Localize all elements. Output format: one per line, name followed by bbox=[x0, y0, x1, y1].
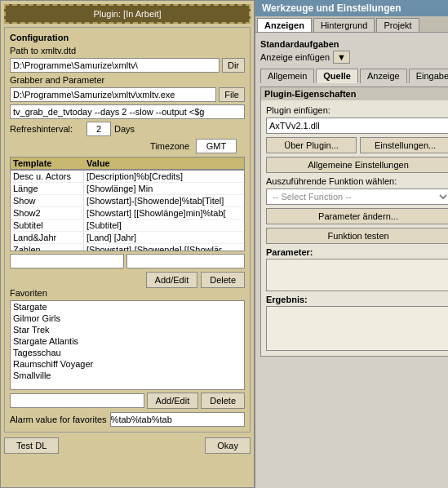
path-input-row: Dir bbox=[10, 58, 245, 73]
ueber-plugin-button[interactable]: Über Plugin... bbox=[266, 137, 357, 153]
timezone-row: Timezone bbox=[10, 139, 245, 153]
template-row[interactable]: Desc u. Actors[Description]%b[Credits] bbox=[11, 171, 244, 183]
value-col-header: Value bbox=[84, 157, 244, 169]
template-name-input[interactable] bbox=[10, 254, 124, 268]
right-panel: Werkzeuge und Einstellungen AnzeigenHint… bbox=[255, 0, 448, 488]
template-row[interactable]: Zahlen[Showstart]-[Showende] [[Showlär bbox=[11, 244, 244, 251]
template-list[interactable]: Desc u. Actors[Description]%b[Credits]Lä… bbox=[10, 170, 245, 251]
refresh-row: Refreshinterval: Days bbox=[10, 122, 245, 136]
subtab-eingabe[interactable]: Eingabe bbox=[409, 69, 448, 83]
left-panel: Plugin: [In Arbeit] Configuration Path t… bbox=[0, 0, 255, 488]
template-value-input[interactable] bbox=[126, 254, 245, 268]
template-cell-value: [Showstart]-[Showende]%tab[Titel] bbox=[84, 195, 244, 206]
favoriten-item[interactable]: Tagesschau bbox=[11, 347, 244, 358]
okay-button[interactable]: Okay bbox=[205, 437, 251, 454]
favoriten-item[interactable]: Stargate bbox=[11, 301, 244, 313]
result-area bbox=[266, 306, 448, 351]
add-btn-row: Anzeige einfügen ▼ bbox=[260, 51, 448, 64]
template-cell-name: Länge bbox=[11, 183, 84, 194]
grabber-params-row bbox=[10, 104, 245, 119]
pe-btn-row: Über Plugin... Einstellungen... bbox=[266, 137, 448, 153]
refresh-label: Refreshinterval: bbox=[10, 124, 83, 134]
funktion-testen-button[interactable]: Funktion testen bbox=[266, 228, 448, 244]
favoriten-input-row: Add/Edit Delete bbox=[10, 393, 245, 409]
template-cell-name: Desc u. Actors bbox=[11, 171, 84, 182]
favoriten-delete-button[interactable]: Delete bbox=[201, 393, 245, 409]
subtab-quelle[interactable]: Quelle bbox=[316, 69, 358, 83]
template-cell-value: [Subtitel] bbox=[84, 220, 244, 231]
template-row[interactable]: Länge[Showlänge] Min bbox=[11, 183, 244, 195]
grabber-params-input[interactable] bbox=[10, 104, 245, 119]
dir-button[interactable]: Dir bbox=[222, 58, 245, 73]
favoriten-item[interactable]: Stargate Atlantis bbox=[11, 335, 244, 347]
timezone-input[interactable] bbox=[196, 139, 237, 153]
favoriten-label: Favoriten bbox=[10, 288, 47, 298]
template-add-edit-button[interactable]: Add/Edit bbox=[146, 272, 198, 288]
template-row[interactable]: Show[Showstart]-[Showende]%tab[Titel] bbox=[11, 195, 244, 207]
template-row[interactable]: Subtitel[Subtitel] bbox=[11, 220, 244, 232]
path-label: Path to xmltv.dtd bbox=[10, 46, 83, 55]
parameter-label: Parameter: bbox=[266, 247, 448, 257]
template-cell-name: Show2 bbox=[11, 207, 84, 219]
pe-title: Plugin-Eigenschaften bbox=[261, 87, 448, 100]
template-cell-value: [Land] [Jahr] bbox=[84, 232, 244, 243]
dropdown-arrow-icon: ▼ bbox=[337, 52, 346, 62]
template-cell-name: Zahlen bbox=[11, 244, 84, 251]
select-function-label: Auszuführende Funktion wählen: bbox=[266, 176, 448, 186]
template-cell-name: Show bbox=[11, 195, 84, 206]
parameter-section: Parameter: bbox=[266, 247, 448, 291]
template-cell-value: [Description]%b[Credits] bbox=[84, 171, 244, 182]
standardaufgaben-header: Standardaufgaben bbox=[260, 39, 448, 49]
tab-projekt[interactable]: Projekt bbox=[376, 18, 419, 32]
favoriten-list[interactable]: StargateGilmor GirlsStar TrekStargate At… bbox=[10, 300, 245, 390]
allgemeine-einstellungen-button[interactable]: Allgemeine Einstellungen bbox=[266, 157, 448, 173]
favoriten-item[interactable]: Smallville bbox=[11, 370, 244, 381]
grabber-label-row: Grabber and Parameter bbox=[10, 75, 245, 85]
template-cell-name: Land&Jahr bbox=[11, 232, 84, 243]
tab-anzeigen[interactable]: Anzeigen bbox=[257, 18, 312, 32]
template-row[interactable]: Land&Jahr[Land] [Jahr] bbox=[11, 232, 244, 244]
tab-hintergrund[interactable]: Hintergrund bbox=[313, 18, 375, 32]
template-input-row bbox=[10, 254, 245, 268]
favoriten-item[interactable]: Raumschiff Voyager bbox=[11, 358, 244, 370]
anzeige-einfuegen-button[interactable]: ▼ bbox=[333, 51, 350, 64]
result-section: Ergebnis: bbox=[266, 295, 448, 351]
template-table-header: Template Value bbox=[10, 157, 245, 170]
config-title: Configuration bbox=[10, 33, 245, 42]
test-dl-button[interactable]: Test DL bbox=[4, 437, 59, 454]
plugin-eigenschaften: Plugin-Eigenschaften Plugin einfügen: Üb… bbox=[260, 87, 448, 357]
favoriten-input[interactable] bbox=[10, 393, 144, 408]
einstellungen-button[interactable]: Einstellungen... bbox=[360, 137, 448, 153]
template-col-header: Template bbox=[11, 157, 84, 169]
favoriten-item[interactable]: Gilmor Girls bbox=[11, 313, 244, 324]
select-function-dropdown[interactable]: -- Select Function -- bbox=[266, 189, 448, 205]
path-input[interactable] bbox=[10, 58, 220, 73]
plugin-header: Plugin: [In Arbeit] bbox=[4, 4, 251, 24]
favoriten-label-row: Favoriten bbox=[10, 288, 245, 298]
plugin-einfuegen-label: Plugin einfügen: bbox=[266, 105, 448, 115]
refresh-input[interactable] bbox=[86, 122, 111, 136]
favoriten-add-edit-button[interactable]: Add/Edit bbox=[147, 393, 199, 409]
parameter-area bbox=[266, 259, 448, 291]
subtab-allgemein[interactable]: Allgemein bbox=[260, 69, 314, 83]
file-button[interactable]: File bbox=[219, 87, 245, 102]
tabs-row: AnzeigenHintergrundProjekt bbox=[255, 16, 448, 33]
grabber-input[interactable] bbox=[10, 87, 216, 102]
refresh-unit: Days bbox=[114, 124, 135, 134]
parameter-aendern-button[interactable]: Parameter ändern... bbox=[266, 208, 448, 224]
template-row[interactable]: Show2[Showstart] [[Showlänge]min]%tab[ bbox=[11, 207, 244, 220]
alarm-input[interactable] bbox=[110, 412, 245, 427]
template-section: Template Value Desc u. Actors[Descriptio… bbox=[10, 157, 245, 288]
template-delete-button[interactable]: Delete bbox=[201, 272, 245, 288]
timezone-label: Timezone bbox=[150, 141, 189, 151]
template-cell-value: [Showstart]-[Showende] [[Showlär bbox=[84, 244, 244, 251]
alarm-row: Alarm value for favorites bbox=[10, 412, 245, 427]
subtab-anzeige[interactable]: Anzeige bbox=[360, 69, 407, 83]
right-content: Standardaufgaben Anzeige einfügen ▼ Allg… bbox=[255, 33, 448, 488]
right-title: Werkzeuge und Einstellungen bbox=[255, 0, 448, 16]
path-row: Path to xmltv.dtd bbox=[10, 46, 245, 55]
subtabs-row: AllgemeinQuelleAnzeigeEingabe bbox=[260, 69, 448, 83]
favoriten-item[interactable]: Star Trek bbox=[11, 324, 244, 335]
grabber-label: Grabber and Parameter bbox=[10, 75, 104, 85]
plugin-value-input[interactable] bbox=[266, 118, 448, 134]
